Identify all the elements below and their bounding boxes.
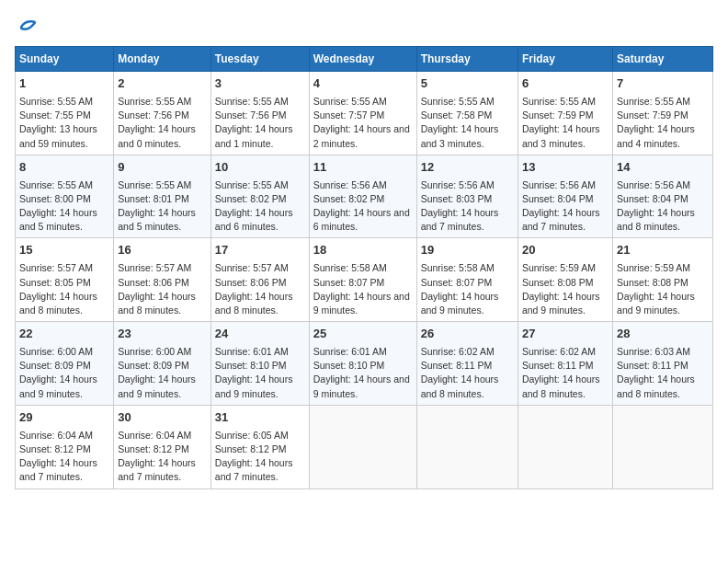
- sunrise: Sunrise: 5:55 AM: [215, 179, 289, 190]
- day-header-monday: Monday: [114, 47, 211, 72]
- day-number: 8: [19, 159, 109, 177]
- day-number: 13: [522, 159, 609, 177]
- daylight: Daylight: 14 hours and 8 minutes.: [118, 291, 196, 316]
- calendar-cell: 31 Sunrise: 6:05 AM Sunset: 8:12 PM Dayl…: [210, 405, 309, 488]
- calendar-cell: 18 Sunrise: 5:58 AM Sunset: 8:07 PM Dayl…: [309, 238, 416, 322]
- week-row-3: 15 Sunrise: 5:57 AM Sunset: 8:05 PM Dayl…: [16, 238, 713, 322]
- daylight: Daylight: 14 hours and 9 minutes.: [215, 373, 293, 398]
- sunset: Sunset: 8:09 PM: [19, 360, 91, 371]
- day-number: 7: [617, 75, 709, 93]
- sunset: Sunset: 8:06 PM: [215, 277, 287, 288]
- daylight: Daylight: 14 hours and 8 minutes.: [617, 373, 695, 398]
- sunset: Sunset: 8:08 PM: [522, 277, 594, 288]
- calendar-cell: 21 Sunrise: 5:59 AM Sunset: 8:08 PM Dayl…: [613, 238, 713, 322]
- sunset: Sunset: 7:59 PM: [522, 109, 594, 121]
- sunrise: Sunrise: 5:57 AM: [215, 262, 289, 273]
- day-number: 11: [313, 159, 413, 177]
- sunset: Sunset: 8:03 PM: [421, 193, 493, 204]
- calendar-cell: 2 Sunrise: 5:55 AM Sunset: 7:56 PM Dayli…: [114, 72, 211, 155]
- sunset: Sunset: 8:11 PM: [617, 360, 688, 371]
- sunrise: Sunrise: 6:02 AM: [522, 346, 596, 357]
- sunset: Sunset: 8:10 PM: [313, 360, 385, 371]
- day-number: 24: [215, 326, 305, 343]
- calendar-cell: 15 Sunrise: 5:57 AM Sunset: 8:05 PM Dayl…: [16, 238, 114, 322]
- calendar-cell: 28 Sunrise: 6:03 AM Sunset: 8:11 PM Dayl…: [613, 322, 713, 406]
- sunrise: Sunrise: 6:04 AM: [19, 430, 93, 441]
- sunset: Sunset: 7:58 PM: [421, 109, 493, 121]
- day-header-thursday: Thursday: [416, 47, 518, 72]
- day-number: 25: [313, 326, 413, 343]
- calendar-cell: [416, 405, 518, 488]
- day-number: 26: [421, 326, 514, 343]
- sunset: Sunset: 8:10 PM: [215, 360, 287, 371]
- sunset: Sunset: 8:12 PM: [215, 443, 287, 454]
- sunrise: Sunrise: 6:01 AM: [313, 346, 387, 357]
- daylight: Daylight: 14 hours and 1 minute.: [215, 123, 293, 148]
- day-number: 15: [19, 242, 109, 259]
- sunrise: Sunrise: 5:57 AM: [118, 262, 191, 273]
- daylight: Daylight: 13 hours and 59 minutes.: [19, 123, 97, 148]
- daylight: Daylight: 14 hours and 3 minutes.: [421, 123, 499, 148]
- day-number: 12: [421, 159, 514, 177]
- sunset: Sunset: 8:08 PM: [617, 277, 688, 288]
- sunrise: Sunrise: 6:03 AM: [617, 346, 690, 357]
- day-number: 22: [19, 326, 109, 343]
- day-number: 23: [118, 326, 207, 343]
- daylight: Daylight: 14 hours and 7 minutes.: [215, 457, 293, 482]
- calendar-cell: 16 Sunrise: 5:57 AM Sunset: 8:06 PM Dayl…: [114, 238, 211, 322]
- sunrise: Sunrise: 6:05 AM: [215, 430, 289, 441]
- day-number: 1: [19, 75, 109, 93]
- calendar-cell: 14 Sunrise: 5:56 AM Sunset: 8:04 PM Dayl…: [613, 155, 713, 238]
- daylight: Daylight: 14 hours and 9 minutes.: [19, 373, 97, 398]
- sunrise: Sunrise: 5:56 AM: [522, 179, 596, 190]
- calendar-cell: 9 Sunrise: 5:55 AM Sunset: 8:01 PM Dayli…: [114, 155, 211, 238]
- calendar-cell: 26 Sunrise: 6:02 AM Sunset: 8:11 PM Dayl…: [416, 322, 518, 406]
- sunset: Sunset: 8:02 PM: [215, 193, 287, 204]
- daylight: Daylight: 14 hours and 7 minutes.: [421, 207, 499, 232]
- week-row-1: 1 Sunrise: 5:55 AM Sunset: 7:55 PM Dayli…: [16, 72, 713, 155]
- sunrise: Sunrise: 6:02 AM: [421, 346, 495, 357]
- sunset: Sunset: 7:57 PM: [313, 109, 385, 121]
- daylight: Daylight: 14 hours and 9 minutes.: [313, 373, 410, 398]
- sunset: Sunset: 8:07 PM: [421, 277, 493, 288]
- day-number: 29: [19, 409, 109, 427]
- day-number: 30: [118, 409, 207, 427]
- day-number: 16: [118, 242, 207, 259]
- daylight: Daylight: 14 hours and 9 minutes.: [421, 291, 499, 316]
- calendar-cell: [518, 405, 612, 488]
- sunrise: Sunrise: 5:59 AM: [617, 262, 690, 273]
- calendar-cell: 5 Sunrise: 5:55 AM Sunset: 7:58 PM Dayli…: [416, 72, 518, 155]
- sunrise: Sunrise: 5:55 AM: [215, 96, 289, 107]
- sunrise: Sunrise: 5:58 AM: [421, 262, 495, 273]
- sunrise: Sunrise: 5:57 AM: [19, 262, 93, 273]
- sunset: Sunset: 8:02 PM: [313, 193, 385, 204]
- daylight: Daylight: 14 hours and 9 minutes.: [313, 291, 410, 316]
- day-number: 27: [522, 326, 609, 343]
- week-row-4: 22 Sunrise: 6:00 AM Sunset: 8:09 PM Dayl…: [16, 322, 713, 406]
- daylight: Daylight: 14 hours and 9 minutes.: [118, 373, 196, 398]
- day-header-tuesday: Tuesday: [210, 47, 309, 72]
- daylight: Daylight: 14 hours and 6 minutes.: [313, 207, 410, 232]
- day-number: 28: [617, 326, 709, 343]
- sunrise: Sunrise: 5:55 AM: [617, 96, 690, 107]
- calendar-cell: 23 Sunrise: 6:00 AM Sunset: 8:09 PM Dayl…: [114, 322, 211, 406]
- daylight: Daylight: 14 hours and 7 minutes.: [522, 207, 600, 232]
- calendar-cell: 4 Sunrise: 5:55 AM Sunset: 7:57 PM Dayli…: [309, 72, 416, 155]
- sunrise: Sunrise: 6:00 AM: [118, 346, 191, 357]
- daylight: Daylight: 14 hours and 8 minutes.: [617, 207, 695, 232]
- day-number: 3: [215, 75, 305, 93]
- calendar-cell: 12 Sunrise: 5:56 AM Sunset: 8:03 PM Dayl…: [416, 155, 518, 238]
- sunset: Sunset: 8:11 PM: [522, 360, 594, 371]
- daylight: Daylight: 14 hours and 7 minutes.: [118, 457, 196, 482]
- calendar-cell: 1 Sunrise: 5:55 AM Sunset: 7:55 PM Dayli…: [16, 72, 114, 155]
- calendar-cell: 27 Sunrise: 6:02 AM Sunset: 8:11 PM Dayl…: [518, 322, 612, 406]
- calendar-cell: 24 Sunrise: 6:01 AM Sunset: 8:10 PM Dayl…: [210, 322, 309, 406]
- sunrise: Sunrise: 5:55 AM: [118, 96, 191, 107]
- calendar-header: SundayMondayTuesdayWednesdayThursdayFrid…: [16, 47, 713, 72]
- daylight: Daylight: 14 hours and 5 minutes.: [118, 207, 196, 232]
- calendar-cell: 30 Sunrise: 6:04 AM Sunset: 8:12 PM Dayl…: [114, 405, 211, 488]
- daylight: Daylight: 14 hours and 7 minutes.: [19, 457, 97, 482]
- sunrise: Sunrise: 5:55 AM: [522, 96, 596, 107]
- sunset: Sunset: 7:55 PM: [19, 109, 91, 121]
- daylight: Daylight: 14 hours and 2 minutes.: [313, 123, 410, 148]
